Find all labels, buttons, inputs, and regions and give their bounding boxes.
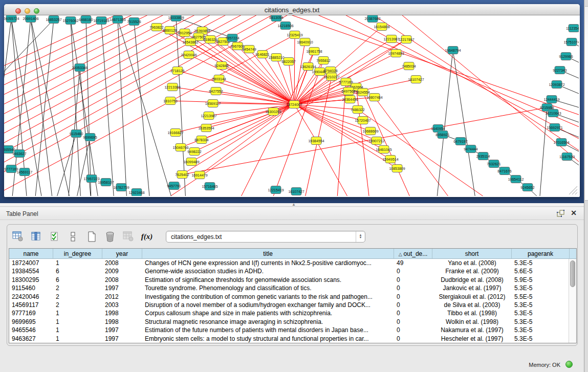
table-cell[interactable]: 1 — [53, 318, 102, 326]
function-icon[interactable]: f(x) — [140, 230, 154, 243]
table-mode-icon[interactable] — [11, 230, 25, 243]
table-cell[interactable]: Investigating the contribution of common… — [142, 293, 394, 301]
table-cell[interactable]: 5.3E-5 — [512, 335, 570, 343]
table-cell[interactable]: 5.3E-5 — [512, 284, 570, 292]
table-cell[interactable]: 6 — [53, 276, 102, 284]
table-cell[interactable]: 5.3E-5 — [512, 326, 570, 334]
delete-icon[interactable] — [103, 230, 117, 243]
table-cell[interactable]: 5.3E-5 — [512, 318, 570, 326]
column-header-short[interactable]: short — [432, 249, 512, 258]
column-header-title[interactable]: title — [142, 249, 394, 258]
column-header-year[interactable]: year — [102, 249, 142, 258]
table-row[interactable]: 911546021997Tourette syndrome. Phenomeno… — [9, 284, 576, 292]
citation-graph[interactable]: 1872400718300295796382288601288912954222… — [4, 15, 579, 196]
table-cell[interactable]: 5.6E-5 — [512, 267, 570, 275]
table-cell[interactable]: Wolkin et al. (1998) — [432, 318, 512, 326]
table-cell[interactable]: 0 — [394, 335, 432, 343]
table-row[interactable]: 2242004622012Investigating the contribut… — [9, 293, 576, 301]
network-window-titlebar[interactable]: citations_edges.txt — [4, 4, 580, 15]
table-row[interactable]: 1456911722003Disruption of a novel membe… — [9, 301, 576, 309]
table-row[interactable]: 1872400712008Changes of HCN gene express… — [9, 259, 576, 267]
table-cell[interactable]: 1 — [53, 326, 102, 334]
table-cell[interactable]: Changes of HCN gene expression and I(f) … — [142, 259, 394, 267]
table-cell[interactable]: 9463627 — [9, 335, 53, 343]
table-cell[interactable]: Franke et al. (2009) — [432, 267, 512, 275]
table-cell[interactable]: 2009 — [102, 267, 142, 275]
table-cell[interactable]: 0 — [394, 276, 432, 284]
show-columns-icon[interactable] — [30, 230, 43, 243]
table-header-row[interactable]: namein_degreeyeartitle△out_de...shortpag… — [9, 249, 576, 259]
table-cell[interactable]: 5.9E-5 — [512, 276, 570, 284]
table-cell[interactable]: 2 — [53, 301, 102, 309]
table-cell[interactable]: 49 — [394, 259, 432, 267]
column-header-in_degree[interactable]: in_degree — [53, 249, 102, 258]
resize-grip-icon[interactable] — [569, 186, 577, 194]
table-row[interactable]: 1830029562008Estimation of significance … — [9, 276, 576, 284]
splitter-grip-icon[interactable]: ▲ — [292, 204, 296, 206]
table-cell[interactable]: Dudbridge et al. (2008) — [432, 276, 512, 284]
table-cell[interactable]: 2 — [53, 284, 102, 292]
table-cell[interactable]: Nakamura et al. (1997) — [432, 326, 512, 334]
table-cell[interactable]: 1997 — [102, 284, 142, 292]
table-cell[interactable]: 9699695 — [9, 318, 53, 326]
column-checks-icon[interactable] — [48, 230, 61, 243]
table-cell[interactable]: 18724007 — [9, 259, 53, 267]
table-cell[interactable]: 2008 — [102, 259, 142, 267]
table-cell[interactable]: Genome-wide association studies in ADHD. — [142, 267, 394, 275]
table-cell[interactable]: Tibbo et al. (1998) — [432, 309, 512, 317]
table-cell[interactable]: 2008 — [102, 276, 142, 284]
table-cell[interactable]: Estimation of significance thresholds fo… — [142, 276, 394, 284]
table-cell[interactable]: 1998 — [102, 309, 142, 317]
network-canvas[interactable]: 1872400718300295796382288601288912954222… — [4, 15, 579, 196]
column-header-name[interactable]: name — [9, 249, 53, 258]
table-row[interactable]: 946554611997Estimation of the future num… — [9, 326, 576, 334]
table-body[interactable]: 1872400712008Changes of HCN gene express… — [9, 259, 576, 343]
table-cell[interactable]: 22420046 — [9, 293, 53, 301]
table-cell[interactable]: 0 — [394, 301, 432, 309]
table-row[interactable]: 1938455462009Genome-wide association stu… — [9, 267, 576, 275]
table-cell[interactable]: 14569117 — [9, 301, 53, 309]
table-cell[interactable]: Embryonic stem cells: a model to study s… — [142, 335, 394, 343]
table-cell[interactable]: 1 — [53, 259, 102, 267]
table-cell[interactable]: 2003 — [102, 301, 142, 309]
table-cell[interactable]: Hescheler et al. (1997) — [432, 335, 512, 343]
table-cell[interactable]: 19384554 — [9, 267, 53, 275]
column-header-out_de[interactable]: △out_de... — [394, 249, 432, 258]
close-panel-icon[interactable]: ✕ — [571, 209, 577, 217]
table-cell[interactable]: 6 — [53, 267, 102, 275]
new-document-icon[interactable] — [85, 230, 98, 243]
table-cell[interactable]: Estimation of the future numbers of pati… — [142, 326, 394, 334]
table-cell[interactable]: de Silva et al. (2003) — [432, 301, 512, 309]
table-cell[interactable]: 1997 — [102, 326, 142, 334]
table-row[interactable]: 969969511998Structural magnetic resonanc… — [9, 318, 576, 326]
table-cell[interactable]: 0 — [394, 309, 432, 317]
table-cell[interactable]: 0 — [394, 318, 432, 326]
table-cell[interactable]: 1997 — [102, 335, 142, 343]
table-cell[interactable]: 2 — [53, 293, 102, 301]
table-cell[interactable]: 9777169 — [9, 309, 53, 317]
table-cell[interactable]: Yano et al. (2008) — [432, 259, 512, 267]
table-cell[interactable]: 1998 — [102, 318, 142, 326]
vertical-scrollbar[interactable] — [569, 259, 576, 343]
scrollbar-thumb[interactable] — [570, 260, 575, 287]
table-cell[interactable]: Disruption of a novel member of a sodium… — [142, 301, 394, 309]
dropdown-stepper-icon[interactable]: ▲▼ — [356, 231, 365, 242]
table-cell[interactable]: Tourette syndrome. Phenomenology and cla… — [142, 284, 394, 292]
table-cell[interactable]: Jankovic et al. (1997) — [432, 284, 512, 292]
table-cell[interactable]: 18300295 — [9, 276, 53, 284]
table-cell[interactable]: 1 — [53, 309, 102, 317]
table-selector-dropdown[interactable]: citations_edges.txt ▲▼ — [166, 231, 365, 243]
float-panel-icon[interactable] — [557, 210, 564, 217]
table-cell[interactable]: 0 — [394, 284, 432, 292]
table-row[interactable]: 946362711997Embryonic stem cells: a mode… — [9, 335, 576, 343]
table-cell[interactable]: 5.3E-5 — [512, 309, 570, 317]
table-cell[interactable]: 2012 — [102, 293, 142, 301]
table-cell[interactable]: 0 — [394, 267, 432, 275]
table-cell[interactable]: 5.3E-5 — [512, 301, 570, 309]
right-panel-gutter[interactable] — [584, 0, 588, 372]
table-cell[interactable]: 5.3E-5 — [512, 259, 570, 267]
node-table[interactable]: namein_degreeyeartitle△out_de...shortpag… — [9, 248, 577, 343]
table-cell[interactable]: 0 — [394, 326, 432, 334]
table-cell[interactable]: 0 — [394, 293, 432, 301]
table-cell[interactable]: 9115460 — [9, 284, 53, 292]
